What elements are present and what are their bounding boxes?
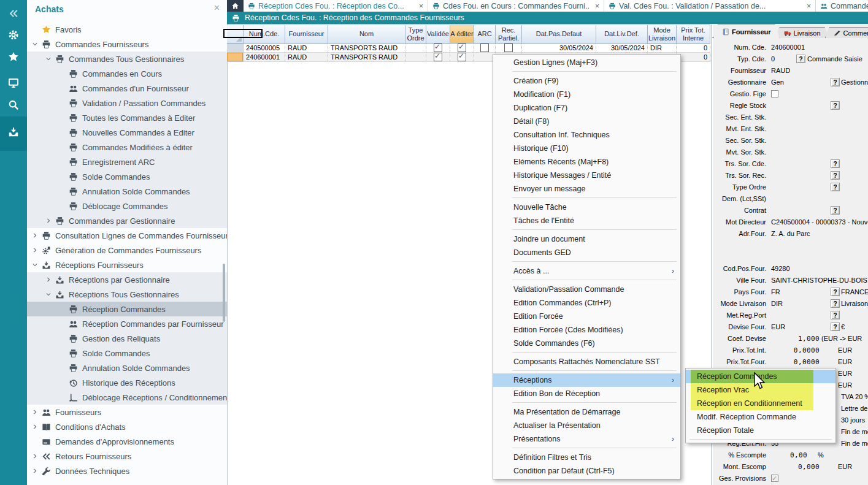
grid-cell-r0c0[interactable]: 240500005 bbox=[244, 44, 285, 53]
menu-item-composants-rattaches-nomenclature-sst[interactable]: Composants Rattachés Nomenclature SST bbox=[493, 355, 680, 369]
chevron-right-icon[interactable] bbox=[31, 467, 39, 475]
grid-col-prix-tot-interne[interactable]: Prix Tot. Interne bbox=[677, 25, 710, 44]
grid-col-nom[interactable]: Nom bbox=[328, 25, 405, 44]
sidebar-item-retours-fournisseurs[interactable]: Retours Fournisseurs bbox=[27, 449, 227, 464]
lookup-button[interactable]: ? bbox=[831, 159, 840, 168]
sidebar-item-enregistrement-arc[interactable]: Enregistrement ARC bbox=[27, 155, 227, 169]
menu-item-historique-f10[interactable]: Historique (F10) bbox=[493, 142, 680, 155]
chevron-right-icon[interactable] bbox=[31, 453, 39, 460]
table-row[interactable]: 240500005RAUDTRANSPORTS RAUD30/05/202430… bbox=[227, 44, 711, 53]
menu-item-joindre-un-document[interactable]: Joindre un document bbox=[493, 232, 680, 246]
menu-item-edition-commandes-ctrl-p[interactable]: Edition Commandes (Ctrl+P) bbox=[493, 296, 680, 310]
sidebar-item-commandes-d-un-fournisseur[interactable]: Commandes d'un Fournisseur bbox=[27, 81, 227, 96]
row-selector[interactable] bbox=[227, 53, 244, 62]
settings-icon[interactable] bbox=[0, 25, 27, 45]
chevron-down-icon[interactable] bbox=[44, 291, 52, 299]
sidebar-item-commandes-tous-gestionnaires[interactable]: Commandes Tous Gestionnaires bbox=[27, 52, 227, 66]
grid-col-type-ordre[interactable]: Type Ordre bbox=[405, 25, 426, 44]
grid-col-dat-liv-def[interactable]: Dat.Liv.Def. bbox=[596, 25, 648, 44]
chevron-right-icon[interactable] bbox=[31, 232, 39, 240]
sidebar-item-donnees-techniques[interactable]: Données Techniques bbox=[27, 464, 227, 478]
tab-commandes-f[interactable]: Commandes / F bbox=[816, 0, 868, 12]
sidebar-item-generation-de-commandes-fournisseurs[interactable]: Génération de Commandes Fournisseurs bbox=[27, 243, 227, 258]
grid-col-arc[interactable]: ARC bbox=[474, 25, 496, 44]
menu-item-receptions[interactable]: Réceptions› bbox=[493, 373, 680, 387]
tab-val-cdes-fou-validation-passation-de[interactable]: Val. Cdes Fou. : Validation / Passation … bbox=[604, 0, 816, 12]
chevron-down-icon[interactable] bbox=[31, 40, 39, 48]
grid-cell-r1c5[interactable] bbox=[450, 53, 474, 62]
lookup-button[interactable]: ? bbox=[831, 101, 840, 110]
menu-item-modification-f1[interactable]: Modification (F1) bbox=[493, 88, 680, 101]
sidebar-item-reception-commandes-par-fournisseur[interactable]: Réception Commandes par Fournisseur bbox=[27, 316, 227, 331]
lookup-button[interactable]: ? bbox=[831, 299, 840, 308]
receptions-module-icon[interactable] bbox=[0, 122, 27, 142]
sidebar-item-consultation-lignes-de-commandes-fournisseurs[interactable]: Consultation Lignes de Commandes Fournis… bbox=[27, 228, 227, 243]
checkbox[interactable] bbox=[434, 53, 442, 61]
lookup-button[interactable]: ? bbox=[831, 206, 840, 215]
grid-cell-r0c7[interactable] bbox=[496, 44, 522, 53]
grid-col-mode-livraison[interactable]: Mode Livraison bbox=[648, 25, 677, 44]
sidebar-item-commandes-par-gestionnaire[interactable]: Commandes par Gestionnaire bbox=[27, 213, 227, 228]
grid-cell-r0c5[interactable] bbox=[450, 44, 474, 53]
search-icon[interactable] bbox=[0, 95, 27, 115]
menu-item-creation-f9[interactable]: Création (F9) bbox=[493, 74, 680, 88]
menu-item-edition-forcee-cdes-modifiees[interactable]: Edition Forcée (Cdes Modifiées) bbox=[493, 323, 680, 337]
grid-cell-r0c4[interactable] bbox=[426, 44, 450, 53]
chevron-right-icon[interactable] bbox=[31, 408, 39, 416]
checkbox[interactable] bbox=[480, 44, 489, 52]
checkbox[interactable] bbox=[771, 475, 778, 482]
menu-item-ma-presentation-de-demarrage[interactable]: Ma Présentation de Démarrage bbox=[493, 405, 680, 419]
close-sidebar-button[interactable]: × bbox=[214, 2, 220, 13]
grid-col-validee[interactable]: Validée bbox=[426, 25, 450, 44]
grid-cell-r0c1[interactable]: RAUD bbox=[285, 44, 328, 53]
grid-select-all-header[interactable] bbox=[227, 25, 244, 44]
grid-cell-r1c11[interactable]: 0 bbox=[677, 53, 710, 62]
tab-reception-cdes-fou-reception-des-co[interactable]: Réception Cdes Fou. : Réception des Co..… bbox=[244, 0, 428, 12]
menu-item-documents-ged[interactable]: Documents GED bbox=[493, 246, 680, 259]
tab-cdes-fou-en-cours-commandes-fourni[interactable]: Cdes Fou. en Cours : Commandes Fourni...… bbox=[428, 0, 604, 12]
monitor-icon[interactable] bbox=[0, 73, 27, 93]
lookup-button[interactable]: ? bbox=[831, 288, 840, 296]
menu-item-condition-par-defaut-ctrl-f5[interactable]: Condition par Défaut (Ctrl-F5) bbox=[493, 464, 680, 478]
menu-item-nouvelle-tache[interactable]: Nouvelle Tâche bbox=[493, 200, 680, 214]
menu-item-consultation-inf-techniques[interactable]: Consultation Inf. Techniques bbox=[493, 128, 680, 142]
sidebar-item-demandes-d-approvisionnements[interactable]: Demandes d'Approvisionnements bbox=[27, 434, 227, 449]
lookup-button[interactable]: ? bbox=[831, 311, 840, 319]
checkbox[interactable] bbox=[434, 44, 442, 52]
row-selector[interactable] bbox=[227, 44, 244, 53]
submenu-item-reception-en-conditionnement[interactable]: Réception en Conditionnement bbox=[686, 397, 835, 410]
grid-cell-r1c2[interactable]: TRANSPORTS RAUD bbox=[328, 53, 405, 62]
sidebar-item-deblocage-receptions-conditionnements[interactable]: Déblocage Réceptions / Conditionnements bbox=[27, 390, 227, 405]
lookup-button[interactable]: ? bbox=[831, 323, 840, 331]
menu-item-historique-messages-entite[interactable]: Historique Messages / Entité bbox=[493, 169, 680, 182]
submenu-item-modif-reception-commande[interactable]: Modif. Réception Commande bbox=[686, 410, 835, 424]
menu-item-presentations[interactable]: Présentations› bbox=[493, 432, 680, 446]
menu-item-taches-de-l-entite[interactable]: Tâches de l'Entité bbox=[493, 214, 680, 227]
checkbox[interactable] bbox=[458, 44, 466, 52]
sidebar-item-commandes-en-cours[interactable]: Commandes en Cours bbox=[27, 66, 227, 81]
collapse-sidebar-icon[interactable] bbox=[0, 4, 27, 23]
menu-item-validation-passation-commande[interactable]: Validation/Passation Commande bbox=[493, 283, 680, 296]
grid-cell-r0c6[interactable] bbox=[474, 44, 496, 53]
menu-item-elements-recents-maj-f8[interactable]: Eléments Récents (Maj+F8) bbox=[493, 155, 680, 169]
sidebar-item-fournisseurs[interactable]: Fournisseurs bbox=[27, 405, 227, 419]
sidebar-item-reception-commandes[interactable]: Réception Commandes bbox=[27, 302, 227, 316]
sidebar-item-solde-commandes[interactable]: Solde Commandes bbox=[27, 346, 227, 361]
grid-col-dat-pas-defaut[interactable]: Dat.Pas.Defaut bbox=[522, 25, 596, 44]
grid-cell-r1c3[interactable] bbox=[405, 53, 426, 62]
sidebar-item-receptions-par-gestionnaire[interactable]: Réceptions par Gestionnaire bbox=[27, 272, 227, 287]
chevron-right-icon[interactable] bbox=[44, 217, 52, 225]
sidebar-item-receptions-tous-gestionnaires[interactable]: Réceptions Tous Gestionnaires bbox=[27, 287, 227, 302]
checkbox[interactable] bbox=[458, 53, 466, 61]
grid-cell-r0c2[interactable]: TRANSPORTS RAUD bbox=[328, 44, 405, 53]
chevron-right-icon[interactable] bbox=[31, 423, 39, 431]
grid-cell-r0c3[interactable] bbox=[405, 44, 426, 53]
grid-cell-r0c9[interactable]: 30/05/2024 bbox=[596, 44, 648, 53]
lookup-button[interactable]: ? bbox=[831, 183, 840, 191]
sidebar-item-solde-commandes[interactable]: Solde Commandes bbox=[27, 169, 227, 184]
menu-item-definition-filtres-et-tris[interactable]: Définition Filtres et Tris bbox=[493, 451, 680, 464]
sidebar-item-favoris[interactable]: Favoris bbox=[27, 22, 227, 37]
menu-item-edition-bon-de-reception[interactable]: Edition Bon de Réception bbox=[493, 387, 680, 400]
lookup-button[interactable]: ? bbox=[796, 55, 805, 63]
checkbox[interactable] bbox=[504, 44, 513, 52]
